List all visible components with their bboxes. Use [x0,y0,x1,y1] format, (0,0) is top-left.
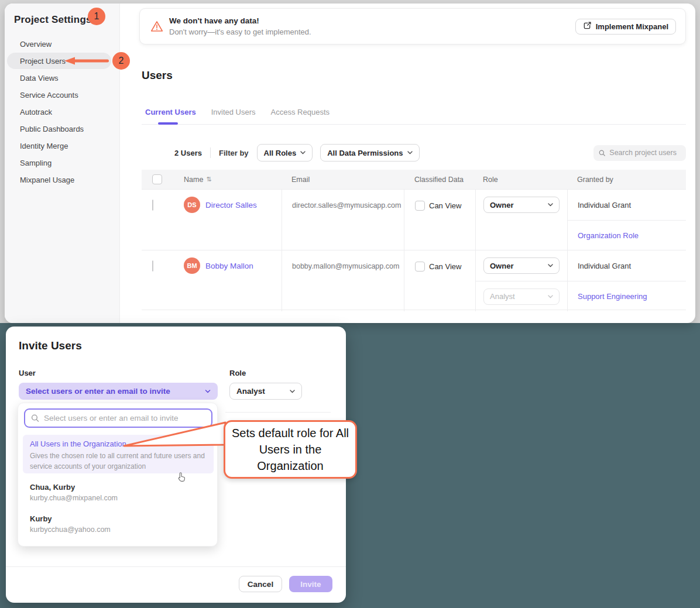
header-email: Email [291,176,310,184]
search-icon [599,149,605,157]
implement-mixpanel-label: Implement Mixpanel [596,22,668,31]
chevron-down-icon [548,264,553,267]
users-tabs: Current Users Invited Users Access Reque… [145,108,330,121]
modal-section-divider [225,412,331,413]
permissions-filter-dropdown[interactable]: All Data Permissions [320,144,419,162]
user-name-link[interactable]: Bobby Mallon [205,262,253,270]
tabs-divider [142,124,686,125]
chevron-down-icon [205,390,211,393]
user-select-dropdown[interactable]: Select users or enter an email to invite [19,383,218,400]
option-user[interactable]: Kurby kurbycchua@yahoo.com [30,514,111,534]
banner-title: We don't have any data! [169,16,311,25]
chevron-down-icon [300,151,306,154]
user-name-link[interactable]: Director Salles [205,201,257,209]
callout-tail [120,417,227,469]
option-user-email: kurbycchua@yahoo.com [30,525,111,534]
settings-main-panel: We don't have any data! Don't worry—it's… [120,4,695,323]
roles-filter-dropdown[interactable]: All Roles [257,144,313,162]
banner-subtitle: Don't worry—it's easy to get implemented… [169,28,311,36]
annotation-arrow-icon [64,57,110,65]
sidebar-item-data-views[interactable]: Data Views [5,70,119,87]
chevron-down-icon [548,203,553,207]
role-value: Owner [490,201,513,209]
modal-footer-divider [6,566,346,567]
role-select[interactable]: Owner [483,257,560,274]
table-row: DS Director Salles director.salles@mymus… [142,189,686,250]
role-value: Owner [490,262,513,270]
search-icon [31,414,39,422]
row-checkbox[interactable] [152,200,153,211]
can-view-label: Can View [429,201,461,210]
permissions-filter-label: All Data Permissions [327,149,403,157]
search-project-users [593,145,686,161]
select-all-checkbox[interactable] [152,174,162,184]
chevron-down-icon [407,151,413,154]
tab-current-users[interactable]: Current Users [145,108,196,121]
user-select-value: Select users or enter an email to invite [26,387,170,396]
sidebar-item-public-dashboards[interactable]: Public Dashboards [5,121,119,138]
can-view-checkbox[interactable] [415,201,425,211]
divider [210,147,211,158]
annotation-callout: Sets default role for All Users in the O… [224,420,357,479]
header-granted-by: Granted by [577,176,613,184]
modal-title: Invite Users [19,339,82,352]
sidebar-item-overview[interactable]: Overview [5,36,119,53]
sort-icon[interactable]: ⇅ [206,176,211,183]
role-select[interactable]: Owner [483,197,560,213]
role-select-disabled: Analyst [483,288,560,305]
option-user[interactable]: Chua, Kurby kurby.chua@mixpanel.com [30,483,118,502]
sidebar-item-autotrack[interactable]: Autotrack [5,104,119,121]
hand-cursor-icon [177,472,187,483]
granted-by-value: Individual Grant [568,250,686,281]
organization-role-link[interactable]: Organization Role [578,231,639,240]
sidebar-item-service-accounts[interactable]: Service Accounts [5,87,119,104]
header-role: Role [483,176,498,184]
active-tab-indicator [158,122,178,125]
user-field-label: User [19,369,36,377]
sidebar-item-mixpanel-usage[interactable]: Mixpanel Usage [5,171,119,188]
role-value: Analyst [490,292,515,301]
chevron-down-icon [548,295,553,298]
option-user-name: Kurby [30,514,111,523]
support-engineering-link[interactable]: Support Engineering [578,292,647,301]
annotation-step-2: 2 [112,52,130,70]
user-email: director.salles@mymusicapp.com [282,190,404,250]
no-data-banner: We don't have any data! Don't worry—it's… [139,8,686,44]
header-name: Name [184,176,203,184]
invite-button[interactable]: Invite [289,576,332,592]
page-title: Users [142,69,173,82]
users-table: Name ⇅ Email Classified Data Role Grante… [142,170,686,310]
roles-filter-label: All Roles [264,149,297,157]
warning-icon [150,20,163,32]
avatar: BM [184,257,200,274]
can-view-checkbox[interactable] [415,262,425,272]
avatar: DS [184,197,200,213]
role-field-label: Role [229,369,246,377]
can-view-label: Can View [429,262,461,271]
tab-access-requests[interactable]: Access Requests [271,108,330,121]
role-select-dropdown[interactable]: Analyst [229,383,302,400]
filter-by-label: Filter by [219,149,249,157]
user-count: 2 Users [174,149,202,157]
cancel-button[interactable]: Cancel [239,576,282,592]
search-project-users-input[interactable] [609,149,681,157]
chevron-down-icon [290,390,295,393]
sidebar-item-identity-merge[interactable]: Identity Merge [5,138,119,154]
tab-invited-users[interactable]: Invited Users [211,108,256,121]
granted-by-value: Individual Grant [568,190,686,220]
settings-sidebar: Project Settings Overview Project Users … [5,4,120,323]
project-settings-window: Project Settings Overview Project Users … [5,4,695,323]
filter-row: 2 Users Filter by All Roles All Data Per… [142,144,686,162]
header-classified-data: Classified Data [414,176,464,184]
banner-text: We don't have any data! Don't worry—it's… [169,16,311,36]
role-select-value: Analyst [236,387,265,396]
external-link-icon [583,21,592,32]
annotation-step-1: 1 [88,8,105,25]
table-row: BM Bobby Mallon bobby.mallon@mymusicapp.… [142,250,686,310]
row-checkbox[interactable] [152,260,153,272]
sidebar-item-sampling[interactable]: Sampling [5,154,119,171]
sidebar-title: Project Settings [14,14,92,26]
option-user-email: kurby.chua@mixpanel.com [30,494,118,502]
implement-mixpanel-button[interactable]: Implement Mixpanel [575,19,676,35]
user-email: bobby.mallon@mymusicapp.com [282,250,404,311]
